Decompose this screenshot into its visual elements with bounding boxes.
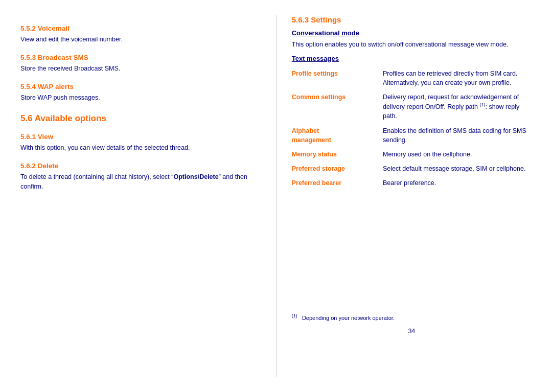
- section-553: 5.5.3 Broadcast SMS Store the received B…: [20, 54, 250, 74]
- section-56: 5.6 Available options: [20, 113, 250, 124]
- def-profile-settings: Profiles can be retrieved directly from …: [383, 66, 532, 90]
- conversational-mode-link[interactable]: Conversational mode: [292, 29, 532, 37]
- options-delete-text: Options\Delete: [173, 173, 218, 180]
- heading-563: 5.6.3 Settings: [292, 15, 532, 24]
- body-562: To delete a thread (containing all chat …: [20, 172, 250, 192]
- term-preferred-storage: Preferred storage: [292, 162, 383, 176]
- def-memory-status: Memory used on the cellphone.: [383, 147, 532, 162]
- section-554: 5.5.4 WAP alerts Store WAP push messages…: [20, 83, 250, 103]
- footnote-block: (1) Depending on your network operator. …: [292, 190, 532, 335]
- heading-562: 5.6.2 Delete: [20, 162, 250, 170]
- term-profile-settings: Profile settings: [292, 66, 383, 90]
- right-page-number: 34: [408, 328, 415, 335]
- table-row: Profile settings Profiles can be retriev…: [292, 66, 532, 90]
- footnote-text: (1) Depending on your network operator.: [292, 313, 532, 322]
- section-552: 5.5.2 Voicemail View and edit the voicem…: [20, 25, 250, 44]
- section-561: 5.6.1 View With this option, you can vie…: [20, 133, 250, 153]
- body-561: With this option, you can view details o…: [20, 143, 250, 153]
- term-memory-status: Memory status: [292, 147, 383, 162]
- text-messages-block: Text messages Profile settings Profiles …: [292, 55, 532, 190]
- heading-553: 5.5.3 Broadcast SMS: [20, 54, 250, 61]
- def-alphabet-management: Enables the definition of SMS data codin…: [383, 124, 532, 147]
- body-553: Store the received Broadcast SMS.: [20, 64, 250, 74]
- heading-554: 5.5.4 WAP alerts: [20, 83, 250, 90]
- column-divider: [276, 15, 277, 377]
- heading-552: 5.5.2 Voicemail: [20, 25, 250, 32]
- right-column: 5.6.3 Settings Conversational mode This …: [282, 15, 532, 377]
- footnote-content: Depending on your network operator.: [302, 315, 395, 321]
- section-563: 5.6.3 Settings: [292, 15, 532, 24]
- body-554: Store WAP push messages.: [20, 93, 250, 103]
- heading-56: 5.6 Available options: [20, 113, 250, 124]
- settings-table: Profile settings Profiles can be retriev…: [292, 66, 532, 190]
- heading-561: 5.6.1 View: [20, 133, 250, 141]
- table-row: Common settings Delivery report, request…: [292, 90, 532, 124]
- table-row: Preferred storage Select default message…: [292, 162, 532, 176]
- body-552: View and edit the voicemail number.: [20, 35, 250, 44]
- left-column: 5.5.2 Voicemail View and edit the voicem…: [20, 15, 271, 377]
- text-messages-link[interactable]: Text messages: [292, 55, 532, 62]
- section-562: 5.6.2 Delete To delete a thread (contain…: [20, 162, 250, 192]
- def-preferred-bearer: Bearer preference.: [383, 176, 532, 190]
- conversational-mode-body: This option enables you to switch on/off…: [292, 40, 532, 50]
- conversational-mode-block: Conversational mode This option enables …: [292, 29, 532, 50]
- table-row: Memory status Memory used on the cellpho…: [292, 147, 532, 162]
- term-common-settings: Common settings: [292, 90, 383, 124]
- table-row: Alphabetmanagement Enables the definitio…: [292, 124, 532, 147]
- term-preferred-bearer: Preferred bearer: [292, 176, 383, 190]
- table-row: Preferred bearer Bearer preference.: [292, 176, 532, 190]
- def-preferred-storage: Select default message storage, SIM or c…: [383, 162, 532, 176]
- def-common-settings: Delivery report, request for acknowledge…: [383, 90, 532, 124]
- term-alphabet-management: Alphabetmanagement: [292, 124, 383, 147]
